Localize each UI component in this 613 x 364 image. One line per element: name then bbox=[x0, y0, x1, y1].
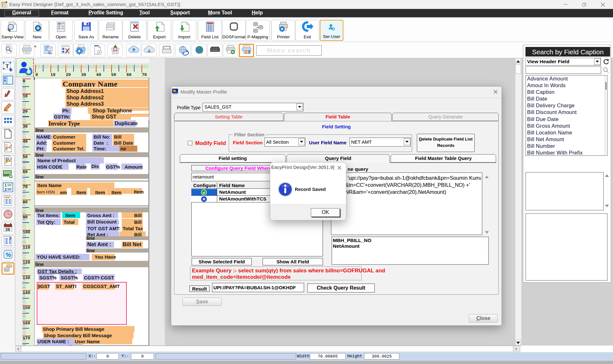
svg-text:%: % bbox=[5, 251, 11, 258]
svg-text:T: T bbox=[5, 63, 9, 69]
svg-text:26: 26 bbox=[5, 227, 10, 232]
svg-text:2: 2 bbox=[4, 187, 7, 192]
svg-text:#: # bbox=[9, 236, 11, 240]
